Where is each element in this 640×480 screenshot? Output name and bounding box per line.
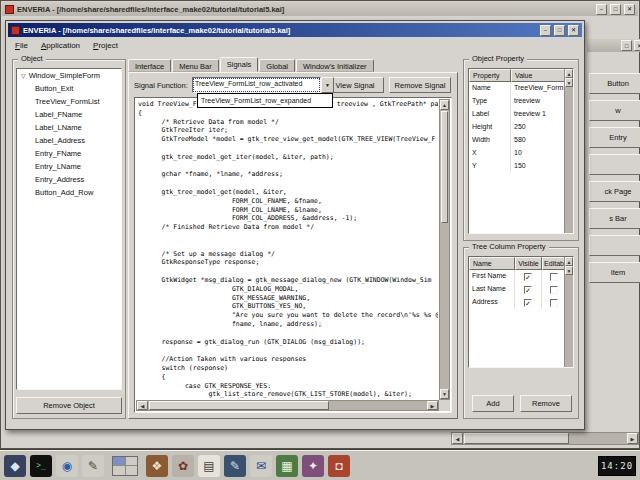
window-titlebar[interactable]: ENVERIA - [/home/share/sharedfiles/inter… [8,23,582,37]
taskbar-app-icon-6[interactable]: ▦ [276,455,298,477]
palette-button-1[interactable]: Button [589,73,640,94]
column-header-value[interactable]: Value [511,69,566,82]
remove-column-button[interactable]: Remove [520,395,572,412]
scroll-right-icon[interactable]: ▶ [427,401,438,410]
taskbar-app-icon-4[interactable]: ✎ [224,455,246,477]
scroll-down-icon[interactable]: ▼ [565,266,573,275]
tree-item[interactable]: Label_Address [17,134,121,147]
taskbar-app-icon-7[interactable]: ✦ [302,455,324,477]
palette-button-2[interactable]: w [589,100,640,121]
code-vscrollbar[interactable]: ▲ ▼ [439,99,450,400]
expander-icon[interactable]: ▽ [21,72,26,79]
remove-signal-button[interactable]: Remove Signal [389,77,451,93]
tree-item[interactable]: Label_FName [17,108,121,121]
pager-desktop-1[interactable] [113,457,125,466]
tree-item[interactable]: Entry_FName [17,147,121,160]
start-menu-icon[interactable]: ◆ [4,455,26,477]
palette-button-5[interactable]: ck Page [589,181,640,202]
terminal-icon[interactable]: >_ [30,455,52,477]
combo-dropdown-icon[interactable]: ▼ [321,77,334,93]
editable-checkbox[interactable] [550,273,558,281]
palette-close-button[interactable]: ✕ [634,40,640,51]
bg-close-button[interactable]: ✕ [624,4,635,15]
taskbar-app-icon-2[interactable]: ✿ [172,455,194,477]
scroll-up-icon[interactable]: ▲ [565,69,573,78]
visible-checkbox[interactable]: ✓ [524,273,532,281]
taskbar-app-icon-1[interactable]: ❖ [146,455,168,477]
visible-checkbox[interactable]: ✓ [524,299,532,307]
taskbar-app-icon-5[interactable]: ✉ [250,455,272,477]
close-button[interactable]: ✕ [568,25,579,36]
signal-combo[interactable]: TreeView_FormList_row_activated ▼ [192,77,334,93]
column-header-editable[interactable]: Editab [542,257,566,270]
code-editor[interactable]: void TreeView_Ftreeview , GtkTreePath* p… [134,97,452,413]
column-header-property[interactable]: Property [469,69,511,82]
tree-item[interactable]: Button_Exit [17,82,121,95]
tree-column-scrollbar[interactable]: ▲ ▼ [564,257,573,367]
table-row[interactable]: Typetreeview [469,95,573,108]
table-row[interactable]: NameTreeView_FormL [469,82,573,95]
code-text[interactable]: void TreeView_Ftreeview , GtkTreePath* p… [138,100,438,399]
globe-icon[interactable]: ◉ [56,455,78,477]
scroll-up-icon[interactable]: ▲ [565,257,573,266]
menu-application[interactable]: Application [41,41,80,50]
taskbar-app-icon-8[interactable]: ◘ [328,455,350,477]
palette-button-3[interactable]: Entry [589,127,640,148]
tree-item-window-simpleform[interactable]: ▽ Window_SimpleForm [17,69,121,82]
hscroll-thumb[interactable] [149,401,329,410]
view-signal-button[interactable]: View Signal [326,77,384,93]
table-row[interactable]: Last Name ✓ [469,283,573,296]
scroll-left-icon[interactable]: ◀ [452,433,463,444]
maximize-button[interactable]: □ [554,25,565,36]
tab-windows-initializer[interactable]: Window's Initializer [296,59,374,72]
table-row[interactable]: Height250 [469,121,573,134]
menu-project[interactable]: Project [93,41,118,50]
table-row[interactable]: Labeltreeview 1 [469,108,573,121]
table-row[interactable]: First Name ✓ [469,270,573,283]
palette-maximize-button[interactable]: □ [621,40,632,51]
signal-combo-dropdown[interactable]: TreeView_FormList_row_expanded [197,93,333,108]
bg-maximize-button[interactable]: □ [610,4,621,15]
palette-button-6[interactable]: s Bar [589,208,640,229]
add-column-button[interactable]: Add [472,395,514,412]
background-titlebar[interactable]: ENVERIA - [/home/share/sharedfiles/inter… [2,2,638,16]
table-row[interactable]: Width580 [469,134,573,147]
column-header-name[interactable]: Name [469,257,515,270]
pager-desktop-2[interactable] [126,457,138,466]
pager-desktop-4[interactable] [126,466,138,475]
tree-item[interactable]: Entry_Address [17,173,121,186]
vscroll-thumb[interactable] [441,111,448,223]
palette-button-7[interactable] [589,235,640,256]
hscroll-thumb[interactable] [464,433,569,444]
table-row[interactable]: Y150 [469,160,573,173]
scroll-down-icon[interactable]: ▼ [565,78,573,87]
editable-checkbox[interactable] [550,286,558,294]
tree-item[interactable]: Button_Add_Row [17,186,121,199]
tree-item[interactable]: TreeView_FormList [17,95,121,108]
signal-combo-value[interactable]: TreeView_FormList_row_activated [192,77,321,93]
tab-interface[interactable]: Interface [128,59,171,72]
tab-global[interactable]: Global [259,59,295,72]
tab-menu-bar[interactable]: Menu Bar [172,59,219,72]
visible-checkbox[interactable]: ✓ [524,286,532,294]
bg-minimize-button[interactable]: − [596,4,607,15]
scroll-up-icon[interactable]: ▲ [440,100,449,110]
code-hscrollbar[interactable]: ◀ ▶ [136,400,439,411]
tab-signals[interactable]: Signals [220,57,259,72]
palette-titlebar[interactable]: □ ✕ [587,39,640,52]
pager-desktop-3[interactable] [113,466,125,475]
table-row[interactable]: X10 [469,147,573,160]
minimize-button[interactable]: − [540,25,551,36]
palette-button-8[interactable]: Item [589,262,640,283]
palette-button-4[interactable] [589,154,640,175]
dropdown-item[interactable]: TreeView_FormList_row_expanded [198,97,314,104]
desktop-pager[interactable] [112,456,138,476]
editable-checkbox[interactable] [550,299,558,307]
table-row[interactable]: Address ✓ [469,296,573,309]
remove-object-button[interactable]: Remove Object [16,397,122,414]
pen-icon[interactable]: ✎ [82,455,104,477]
scroll-right-icon[interactable]: ▶ [627,433,638,444]
taskbar-app-icon-3[interactable]: ▤ [198,455,220,477]
tree-item[interactable]: Label_LName [17,121,121,134]
property-scrollbar[interactable]: ▲ ▼ [564,69,573,233]
